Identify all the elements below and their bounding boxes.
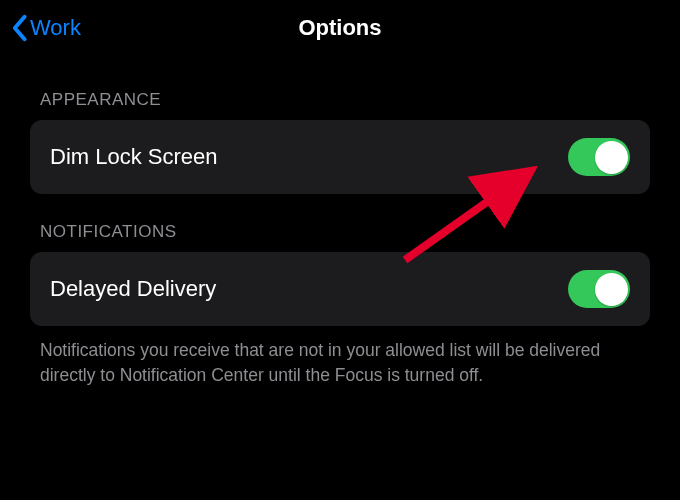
section-header-notifications: NOTIFICATIONS xyxy=(0,194,680,252)
toggle-knob xyxy=(595,141,628,174)
chevron-left-icon xyxy=(10,14,28,42)
back-button[interactable]: Work xyxy=(10,0,81,56)
section-header-appearance: APPEARANCE xyxy=(0,56,680,120)
delayed-delivery-toggle[interactable] xyxy=(568,270,630,308)
notifications-footer: Notifications you receive that are not i… xyxy=(0,326,680,389)
dim-lock-screen-toggle[interactable] xyxy=(568,138,630,176)
toggle-knob xyxy=(595,273,628,306)
back-label: Work xyxy=(30,15,81,41)
delayed-delivery-label: Delayed Delivery xyxy=(50,276,216,302)
dim-lock-screen-label: Dim Lock Screen xyxy=(50,144,218,170)
delayed-delivery-row: Delayed Delivery xyxy=(30,252,650,326)
appearance-group: Dim Lock Screen xyxy=(30,120,650,194)
page-title: Options xyxy=(298,15,381,41)
dim-lock-screen-row: Dim Lock Screen xyxy=(30,120,650,194)
notifications-group: Delayed Delivery xyxy=(30,252,650,326)
navbar: Work Options xyxy=(0,0,680,56)
